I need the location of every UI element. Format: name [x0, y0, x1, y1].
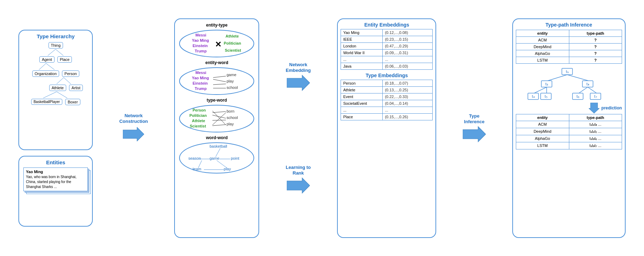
- svg-marker-8: [123, 127, 144, 141]
- svg-text:game: game: [227, 73, 236, 77]
- svg-text:Scientist: Scientist: [190, 124, 206, 128]
- cell-entity: Yao Ming: [341, 29, 383, 36]
- svg-line-5: [64, 78, 71, 84]
- col-typepath: type-path: [569, 30, 622, 36]
- col-entity: entity: [516, 114, 569, 121]
- svg-text:t₇: t₇: [594, 94, 597, 98]
- tree-level-1: Thing: [49, 42, 63, 49]
- svg-text:basketball: basketball: [210, 144, 227, 148]
- svg-text:Athlete: Athlete: [192, 119, 205, 123]
- table-row: DeepMindt₁t₂t₅ ...: [516, 128, 622, 135]
- cell-type: Athlete: [341, 86, 383, 93]
- svg-text:Messi: Messi: [195, 70, 206, 75]
- svg-text:play: play: [224, 167, 231, 171]
- table-row: ......: [341, 56, 433, 63]
- svg-line-6: [43, 92, 57, 98]
- cell-entity: LSTM: [516, 57, 569, 63]
- type-tree-svg: t₁ t₂ t₃ t₄ t₅ t₆: [519, 67, 619, 102]
- word-word-title: word-word: [206, 135, 228, 140]
- learning-to-rank-label: Learning toRank: [286, 165, 311, 176]
- entities-panel: Entities Yao Ming Yao, who was born in S…: [18, 156, 93, 227]
- cell-value: (0.04,...,0.14): [383, 100, 433, 107]
- svg-text:Einstein: Einstein: [193, 44, 208, 48]
- table-row: AlphaGo?: [516, 50, 622, 57]
- cell-entity: ACM: [516, 36, 569, 43]
- type-hierarchy-title: Type Hierarchy: [22, 33, 89, 39]
- svg-text:play: play: [227, 79, 234, 83]
- table-row: SocietalEvent(0.04,...,0.14): [341, 100, 433, 107]
- svg-marker-80: [589, 103, 599, 113]
- svg-text:team: team: [193, 167, 201, 171]
- node-athlete: Athlete: [49, 85, 66, 91]
- embeddings-panel: Entity Embeddings Yao Ming(0.12,...,0.08…: [337, 18, 436, 238]
- svg-text:t₄: t₄: [532, 94, 535, 98]
- middle-arrows: NetworkEmbedding Learning toRank: [286, 25, 311, 231]
- type-inference-arrow: TypeInference: [463, 113, 486, 143]
- cell-typepath: t₁t₂t₅ ...: [569, 128, 622, 135]
- type-hierarchy-panel: Type Hierarchy Thing Agent Place: [18, 30, 93, 150]
- node-boxer: Boxer: [65, 99, 80, 105]
- svg-text:school: school: [227, 85, 238, 90]
- cell-value: (0.22,...,0.33): [383, 93, 433, 100]
- cell-entity: DeepMind: [516, 128, 569, 135]
- table-row: Java(0.06,...,0.03): [341, 63, 433, 69]
- svg-text:Messi: Messi: [195, 33, 206, 37]
- network-entity-word: entity-word Messi Yao Ming Einstein Trum…: [178, 60, 256, 96]
- svg-text:Yao Ming: Yao Ming: [192, 38, 209, 42]
- svg-line-7: [57, 92, 67, 98]
- node-thing: Thing: [49, 42, 63, 49]
- cell-entity: LSTM: [516, 142, 569, 149]
- svg-text:Yao Ming: Yao Ming: [192, 76, 209, 80]
- type-inference-arrow-svg: [463, 126, 486, 143]
- table-row: Athlete(0.13,...,0.25): [341, 86, 433, 93]
- network-word-word: word-word basketball season game point t…: [178, 135, 256, 175]
- entity-type-title: entity-type: [206, 23, 228, 28]
- svg-text:school: school: [227, 115, 238, 120]
- connector-2: [33, 63, 79, 70]
- cell-value: (0.06,...,0.03): [383, 63, 433, 69]
- network-embedding-arrow-svg: [287, 74, 310, 91]
- inference-output-body: ACMt₁t₂t₃ ... DeepMindt₁t₂t₅ ... AlphaGo…: [516, 121, 622, 149]
- prediction-row: prediction: [516, 103, 622, 113]
- type-inference-panel: Type-path Inference entity type-path ACM…: [512, 18, 626, 238]
- table-row: AlphaGot₁t₃t₆ ...: [516, 135, 622, 142]
- cell-type: Person: [341, 80, 383, 86]
- svg-marker-58: [287, 178, 310, 193]
- entity-embeddings-table: Yao Ming(0.12,...,0.08) IEEE(0.23,...,0.…: [341, 29, 433, 70]
- table-row: ACM?: [516, 36, 622, 43]
- network-panel: entity-type Messi Yao Ming Einstein Trum…: [174, 18, 259, 238]
- cell-type: ...: [341, 107, 383, 113]
- network-construction-label: NetworkConstruction: [119, 113, 148, 124]
- table-row: entity type-path: [516, 114, 622, 121]
- svg-text:born: born: [227, 109, 234, 113]
- connector-3: [33, 78, 79, 84]
- inference-output-table: entity type-path ACMt₁t₂t₃ ... DeepMindt…: [516, 114, 622, 149]
- cell-entity: London: [341, 42, 383, 49]
- svg-line-4: [57, 78, 64, 84]
- learning-to-rank-arrow: Learning toRank: [286, 165, 311, 194]
- cell-value: (0.12,...,0.08): [383, 29, 433, 36]
- table-row: Person(0.18,...,0.07): [341, 80, 433, 86]
- cell-typepath: ?: [569, 43, 622, 50]
- cell-entity: DeepMind: [516, 43, 569, 50]
- connector-4: [33, 92, 79, 98]
- cell-entity: World War II: [341, 49, 383, 56]
- table-row: IEEE(0.23,...,0.15): [341, 36, 433, 42]
- cell-entity: AlphaGo: [516, 135, 569, 142]
- cell-entity: ...: [341, 56, 383, 63]
- entity-word-ellipse-svg: Messi Yao Ming Einstein Trump game play …: [178, 66, 256, 96]
- table-row: Place(0.15,...,0.26): [341, 113, 433, 120]
- left-column: Type Hierarchy Thing Agent Place: [18, 30, 93, 227]
- svg-text:game: game: [210, 156, 220, 160]
- col-entity: entity: [516, 30, 569, 36]
- cell-value: (0.18,...,0.07): [383, 80, 433, 86]
- svg-line-71: [588, 87, 597, 93]
- tree-level-2: Agent Place: [39, 56, 72, 63]
- inference-input-head: entity type-path: [516, 30, 622, 36]
- svg-marker-59: [463, 126, 486, 142]
- svg-text:✕: ✕: [215, 40, 221, 49]
- cell-typepath: t₁t₃t₇ ...: [569, 142, 622, 149]
- table-row: Yao Ming(0.12,...,0.08): [341, 29, 433, 36]
- node-basketballplayer: BasketballPlayer: [31, 99, 62, 105]
- table-row: DeepMind?: [516, 43, 622, 50]
